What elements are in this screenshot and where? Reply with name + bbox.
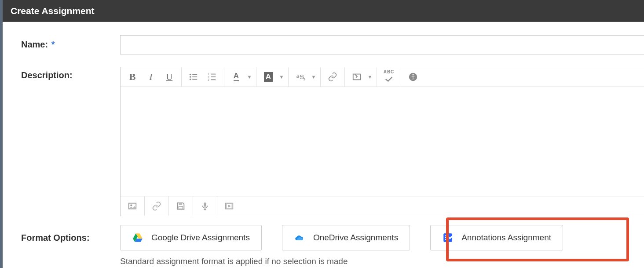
google-drive-label: Google Drive Assignments	[151, 233, 250, 243]
abc-label: ABC	[384, 70, 395, 74]
svg-rect-7	[211, 74, 216, 75]
required-indicator: *	[51, 40, 55, 49]
name-label-text: Name:	[21, 40, 48, 49]
svg-rect-20	[179, 203, 182, 205]
bold-button[interactable]: B	[123, 68, 142, 86]
annotations-icon	[442, 232, 454, 243]
numbered-list-button[interactable]: 123	[203, 68, 221, 86]
svg-rect-1	[192, 74, 197, 75]
strikethrough-subscript-button[interactable]: aS3	[291, 68, 310, 86]
svg-text:a: a	[296, 73, 300, 79]
insert-link2-button[interactable]	[147, 197, 166, 215]
media-button[interactable]	[220, 197, 238, 215]
highlight-color-button[interactable]: A	[259, 68, 278, 86]
dialog-content: Name: * Description: B I U	[3, 22, 644, 268]
svg-rect-24	[226, 203, 227, 209]
svg-point-19	[130, 204, 132, 206]
svg-point-17	[412, 74, 413, 75]
save-disk-button[interactable]	[172, 197, 190, 215]
embed-caret[interactable]: ▼	[366, 74, 374, 80]
link-button[interactable]	[323, 68, 342, 86]
svg-rect-22	[204, 203, 206, 207]
onedrive-label: OneDrive Assignments	[313, 233, 398, 243]
google-drive-icon	[132, 232, 143, 243]
format-hint: Standard assignment format is applied if…	[120, 257, 644, 266]
bullet-list-button[interactable]	[184, 68, 203, 86]
svg-rect-3	[192, 76, 197, 77]
onedrive-icon	[294, 232, 305, 243]
svg-rect-29	[445, 239, 448, 240]
svg-point-0	[190, 74, 191, 76]
dialog-header: Create Assignment	[3, 0, 644, 22]
rich-text-editor: B I U 123 A ▼	[120, 67, 644, 216]
svg-rect-9	[211, 76, 216, 77]
onedrive-assignments-button[interactable]: OneDrive Assignments	[282, 225, 410, 250]
text-color-caret[interactable]: ▼	[245, 74, 253, 80]
name-label: Name: *	[21, 35, 120, 50]
strike-caret[interactable]: ▼	[310, 74, 318, 80]
svg-rect-25	[232, 203, 233, 209]
annotations-label: Annotations Assignment	[461, 233, 551, 243]
svg-rect-28	[445, 237, 450, 238]
spellcheck-button[interactable]: ABC	[380, 68, 398, 86]
svg-rect-5	[192, 79, 197, 80]
svg-text:3: 3	[208, 78, 209, 81]
name-input[interactable]	[120, 35, 644, 54]
format-buttons: Google Drive Assignments OneDrive Assign…	[120, 225, 563, 250]
rte-toolbar-top: B I U 123 A ▼	[121, 67, 644, 87]
dialog-title: Create Assignment	[11, 6, 95, 16]
annotations-assignment-button[interactable]: Annotations Assignment	[430, 225, 563, 250]
row-name: Name: *	[21, 35, 644, 54]
svg-point-4	[190, 79, 191, 80]
description-label: Description:	[21, 67, 120, 80]
rte-toolbar-bottom	[121, 196, 644, 216]
svg-text:3: 3	[303, 77, 305, 81]
google-drive-assignments-button[interactable]: Google Drive Assignments	[120, 225, 262, 250]
row-description: Description: B I U 123	[21, 67, 644, 216]
italic-button[interactable]: I	[142, 68, 160, 86]
highlight-color-caret[interactable]: ▼	[278, 74, 285, 80]
embed-button[interactable]	[348, 68, 366, 86]
underline-button[interactable]: U	[160, 68, 179, 86]
rte-textarea[interactable]	[121, 87, 644, 196]
text-color-button[interactable]: A	[227, 68, 245, 86]
insert-image-button[interactable]	[123, 197, 142, 215]
svg-rect-21	[179, 206, 183, 209]
format-options-label: Format Options:	[21, 233, 120, 243]
svg-rect-11	[211, 80, 216, 80]
microphone-button[interactable]	[196, 197, 214, 215]
svg-point-2	[190, 76, 191, 78]
svg-rect-27	[445, 235, 449, 236]
accessibility-button[interactable]	[404, 68, 422, 86]
row-format-options: Format Options: Google Drive Assignments…	[21, 225, 644, 250]
